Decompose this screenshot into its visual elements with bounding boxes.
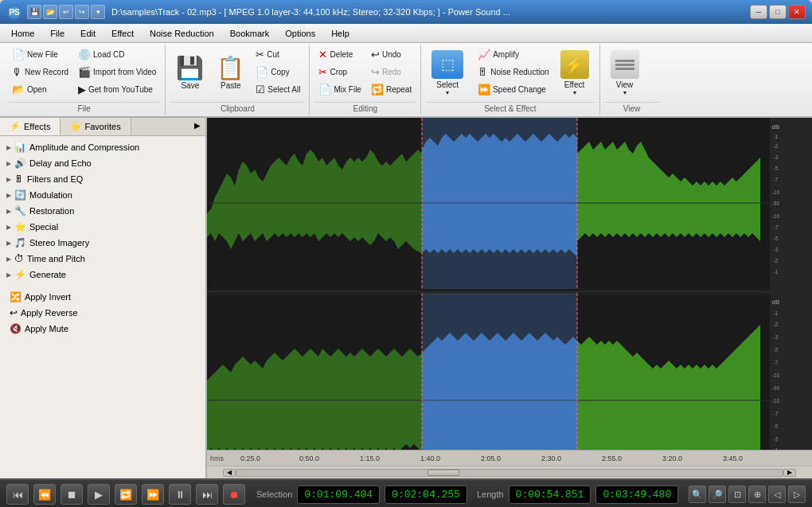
svg-text:-3: -3	[773, 436, 778, 442]
waveform-display: dB -1 -2 -3 -5 -7 -10 -90 -10 -7 -5 -3 -…	[207, 118, 812, 466]
select-all-icon: ☑	[256, 84, 265, 96]
time-marker-0: 0:25.0	[240, 454, 260, 462]
cut-button[interactable]: ✂ Cut	[252, 46, 304, 63]
scroll-right-btn[interactable]: ▶	[783, 469, 796, 477]
quick-save-btn[interactable]: 💾	[27, 5, 41, 19]
effects-item-modulation[interactable]: ▶ 🔄 Modulation	[0, 187, 205, 203]
mix-file-button[interactable]: 📄 Mix File	[314, 81, 365, 98]
select-icon: ⬚	[431, 50, 463, 79]
new-file-button[interactable]: 📄 New File	[8, 46, 72, 63]
zoom-prev-btn[interactable]: ◁	[768, 486, 786, 503]
prev-start-btn[interactable]: ⏮	[6, 484, 29, 505]
quick-extra-btn[interactable]: ▾	[91, 5, 105, 19]
delete-icon: ✕	[318, 49, 327, 60]
effects-item-generate[interactable]: ▶ ⚡ Generate	[0, 267, 205, 283]
effects-item-delay[interactable]: ▶ 🔊 Delay and Echo	[0, 155, 205, 171]
menu-help[interactable]: Help	[323, 26, 357, 41]
time-pitch-label: Time and Pitch	[27, 254, 85, 263]
ribbon-group-clipboard: 💾 Save 📋 Paste ✂ Cut 📄 Copy ☑ Select All	[166, 45, 310, 115]
window-title: D:\samples\Track - 02.mp3 - [ MPEG 1.0 l…	[111, 7, 750, 17]
record-btn[interactable]: ⏺	[223, 484, 245, 505]
minimize-button[interactable]: ─	[750, 5, 767, 19]
quick-open-btn[interactable]: 📂	[43, 5, 57, 19]
load-cd-button[interactable]: 💿 Load CD	[74, 46, 160, 63]
next-end-btn[interactable]: ⏭	[196, 484, 218, 505]
view-button[interactable]: View ▾	[605, 46, 645, 100]
menu-effect[interactable]: Effect	[103, 26, 142, 41]
close-button[interactable]: ✕	[788, 5, 806, 19]
expand-icon-special: ▶	[6, 224, 11, 231]
zoom-in-btn[interactable]: 🔍	[689, 486, 706, 503]
scroll-left-btn[interactable]: ◀	[223, 469, 236, 477]
copy-button[interactable]: 📄 Copy	[252, 64, 304, 80]
effects-nav-btn[interactable]: ▶	[189, 118, 205, 135]
time-marker-6: 2:55.0	[602, 454, 622, 462]
zoom-sel-btn[interactable]: ⊕	[748, 486, 766, 503]
youtube-icon: ▶	[78, 84, 86, 96]
zoom-next-btn[interactable]: ▷	[788, 486, 806, 503]
h-scrollbar[interactable]: ◀ ▶	[207, 466, 812, 478]
waveform-container[interactable]: dB -1 -2 -3 -5 -7 -10 -90 -10 -7 -5 -3 -…	[207, 118, 812, 466]
effects-item-restoration[interactable]: ▶ 🔧 Restoration	[0, 203, 205, 219]
zoom-fit-btn[interactable]: ⊡	[728, 486, 746, 503]
play-btn[interactable]: ▶	[88, 484, 110, 505]
menu-noise-reduction[interactable]: Noise Reduction	[142, 26, 222, 41]
undo-label: Undo	[382, 50, 401, 59]
effects-tab-favorites[interactable]: ⭐ Favorites	[61, 118, 131, 135]
undo-button[interactable]: ↩ Undo	[367, 46, 416, 63]
save-button[interactable]: 💾 Save	[170, 46, 209, 100]
apply-mute-item[interactable]: 🔇 Apply Mute	[0, 321, 205, 337]
open-button[interactable]: 📂 Open	[8, 81, 72, 98]
menu-edit[interactable]: Edit	[72, 26, 103, 41]
open-icon: 📂	[12, 84, 25, 96]
quick-undo-btn[interactable]: ↩	[59, 5, 73, 19]
rewind-btn[interactable]: ⏪	[33, 484, 56, 505]
paste-button[interactable]: 📋 Paste	[211, 46, 250, 100]
cut-label: Cut	[267, 50, 279, 59]
noise-reduction-button[interactable]: 🎚 Noise Reduction	[474, 64, 552, 80]
import-video-button[interactable]: 🎬 Import from Video	[74, 64, 160, 80]
effect-button[interactable]: ⚡ Effect ▾	[555, 46, 595, 100]
amplify-button[interactable]: 📈 Amplify	[474, 46, 552, 63]
stereo-label: Stereo Imagery	[29, 238, 89, 248]
effects-item-stereo[interactable]: ▶ 🎵 Stereo Imagery	[0, 235, 205, 251]
redo-button[interactable]: ↪ Redo	[367, 64, 416, 80]
restoration-icon: 🔧	[14, 205, 26, 216]
time-marker-1: 0:50.0	[299, 454, 319, 462]
stop-btn[interactable]: ⏹	[61, 484, 83, 505]
effects-tab-effects[interactable]: ⚡ Effects	[0, 118, 61, 135]
pause-btn[interactable]: ⏸	[169, 484, 191, 505]
apply-invert-label: Apply Invert	[25, 292, 71, 302]
apply-reverse-item[interactable]: ↩ Apply Reverse	[0, 305, 205, 321]
crop-icon: ✂	[318, 66, 327, 78]
fast-forward-btn[interactable]: ⏩	[142, 484, 164, 505]
amplify-icon: 📈	[478, 49, 490, 60]
delete-button[interactable]: ✕ Delete	[314, 46, 365, 63]
effects-item-special[interactable]: ▶ ⭐ Special	[0, 219, 205, 235]
maximize-button[interactable]: □	[769, 5, 787, 19]
effects-item-filters[interactable]: ▶ 🎚 Filters and EQ	[0, 171, 205, 187]
zoom-out-btn[interactable]: 🔎	[709, 486, 726, 503]
menu-file[interactable]: File	[42, 26, 72, 41]
apply-invert-item[interactable]: 🔀 Apply Invert	[0, 289, 205, 305]
youtube-button[interactable]: ▶ Get from YouTube	[74, 81, 160, 98]
delay-label: Delay and Echo	[29, 158, 92, 168]
svg-text:-7: -7	[773, 224, 778, 230]
effects-item-amplitude[interactable]: ▶ 📊 Amplitude and Compression	[0, 139, 205, 155]
new-record-button[interactable]: 🎙 New Record	[8, 64, 72, 80]
menu-bookmark[interactable]: Bookmark	[222, 26, 278, 41]
repeat-button[interactable]: 🔁 Repeat	[367, 81, 416, 98]
scrollbar-thumb[interactable]	[427, 470, 459, 476]
scrollbar-track[interactable]	[236, 469, 783, 477]
menu-home[interactable]: Home	[3, 26, 42, 41]
quick-redo-btn[interactable]: ↪	[75, 5, 89, 19]
speed-change-button[interactable]: ⏩ Speed Change	[474, 81, 552, 98]
crop-button[interactable]: ✂ Crop	[314, 64, 365, 80]
menu-options[interactable]: Options	[277, 26, 323, 41]
select-all-button[interactable]: ☑ Select All	[252, 81, 304, 98]
loop-btn[interactable]: 🔁	[115, 484, 137, 505]
svg-text:-10: -10	[771, 398, 779, 404]
title-bar: PS 💾 📂 ↩ ↪ ▾ D:\samples\Track - 02.mp3 -…	[0, 0, 812, 24]
effects-item-time-pitch[interactable]: ▶ ⏱ Time and Pitch	[0, 251, 205, 267]
select-button[interactable]: ⬚ Select ▾	[426, 46, 469, 100]
